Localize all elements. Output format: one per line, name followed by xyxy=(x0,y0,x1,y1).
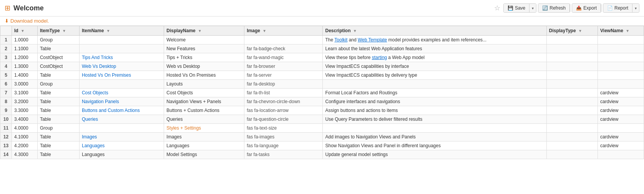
desc-link[interactable]: starting xyxy=(372,55,387,60)
cell-displayname: Images xyxy=(164,133,244,141)
cell-description: Add images to Navigation Views and Panel… xyxy=(323,133,546,141)
refresh-button[interactable]: 🔄 Refresh xyxy=(538,4,570,12)
cell-displayname: Model Settings xyxy=(164,150,244,159)
cell-id: 3.0000 xyxy=(12,80,38,89)
cell-displaytype xyxy=(546,106,598,115)
row-number: 6 xyxy=(0,80,12,89)
cell-description: Show Navigation Views and Panel in diffe… xyxy=(323,141,546,150)
header-right: ☆ 💾 Save ▾ 🔄 Refresh 📤 Export xyxy=(493,2,639,14)
cell-viewname: cardview xyxy=(598,141,644,150)
cell-id: 1.1000 xyxy=(12,44,38,53)
cell-description: View ImpactECS capabilities by interface xyxy=(323,62,546,71)
cell-displaytype xyxy=(546,89,598,97)
cell-itemtype: Table xyxy=(37,115,79,124)
col-itemname[interactable]: ItemName ▼ xyxy=(79,26,164,36)
table-row: 73.1000TableCost ObjectsCost Objectsfar … xyxy=(0,89,644,97)
export-icon: 📤 xyxy=(576,5,582,11)
cell-itemname xyxy=(79,124,164,133)
cell-displayname: Welcome xyxy=(164,36,244,44)
header: ⊞ Welcome ☆ 💾 Save ▾ 🔄 Refresh 📤 Export xyxy=(0,0,644,16)
cell-description: Use Query Parameters to deliver filtered… xyxy=(323,115,546,124)
table-body: 11.0000GroupWelcomeThe Toolkit and Web T… xyxy=(0,36,644,159)
row-number: 4 xyxy=(0,62,12,71)
table-row: 21.1000TableNew Featuresfar fa-badge-che… xyxy=(0,44,644,53)
cell-displayname: Web vs Desktop xyxy=(164,62,244,71)
table-row: 103.4000TableQueriesQueriesfar fa-questi… xyxy=(0,115,644,124)
page-title: Welcome xyxy=(13,4,44,12)
cell-image: fas fa-images xyxy=(244,133,323,141)
cell-itemname[interactable]: Buttons and Custom Actions xyxy=(79,106,164,115)
refresh-icon: 🔄 xyxy=(542,5,548,11)
cell-displayname: Tips + Tricks xyxy=(164,53,244,62)
col-displaytype[interactable]: DisplayType ▼ xyxy=(546,26,598,36)
desc-link[interactable]: Toolkit xyxy=(334,37,347,43)
table-row: 93.3000TableButtons and Custom ActionsBu… xyxy=(0,106,644,115)
cell-itemname xyxy=(79,80,164,89)
cell-displaytype xyxy=(546,71,598,80)
col-itemtype[interactable]: ItemType ▼ xyxy=(37,26,79,36)
cell-itemname[interactable]: Web Vs Desktop xyxy=(79,62,164,71)
cell-displaytype xyxy=(546,62,598,71)
cell-image: far fa-chevron-circle-down xyxy=(244,97,323,106)
cell-image: far fa-tasks xyxy=(244,150,323,159)
cell-description: View ImpactECS capabilities by delivery … xyxy=(323,71,546,80)
table-row: 144.3000TableLanguagesModel Settingsfar … xyxy=(0,150,644,159)
cell-itemname: Languages xyxy=(79,150,164,159)
cell-id: 1.4000 xyxy=(12,71,38,80)
grid-icon: ⊞ xyxy=(5,4,10,12)
col-viewname[interactable]: ViewName ▼ xyxy=(598,26,644,36)
cell-itemname xyxy=(79,44,164,53)
report-dropdown-button[interactable]: ▾ xyxy=(632,4,639,12)
cell-displayname: Cost Objects xyxy=(164,89,244,97)
cell-itemname[interactable]: Queries xyxy=(79,115,164,124)
cell-id: 4.3000 xyxy=(12,150,38,159)
cell-itemname[interactable]: Images xyxy=(79,133,164,141)
cell-description: Assign buttons and actions to items xyxy=(323,106,546,115)
cell-displayname: Languages xyxy=(164,141,244,150)
cell-displaytype xyxy=(546,124,598,133)
save-button[interactable]: 💾 Save xyxy=(504,4,529,12)
cell-viewname: cardview xyxy=(598,106,644,115)
cell-description: Learn about the latest Web Application f… xyxy=(323,44,546,53)
export-button[interactable]: 📤 Export xyxy=(572,4,601,12)
row-number: 8 xyxy=(0,97,12,106)
cell-id: 1.2000 xyxy=(12,53,38,62)
cell-description: Format Local Factors and Routings xyxy=(323,89,546,97)
cell-displaytype xyxy=(546,141,598,150)
cell-id: 3.2000 xyxy=(12,97,38,106)
cell-description: The Toolkit and Web Template model provi… xyxy=(323,36,546,44)
cell-itemname[interactable]: Hosted Vs On Premises xyxy=(79,71,164,80)
cell-itemname[interactable]: Cost Objects xyxy=(79,89,164,97)
cell-itemname[interactable]: Navigation Panels xyxy=(79,97,164,106)
cell-image: fas fa-text-size xyxy=(244,124,323,133)
row-number: 11 xyxy=(0,124,12,133)
cell-viewname xyxy=(598,124,644,133)
cell-displaytype xyxy=(546,115,598,124)
col-id[interactable]: Id ▼ xyxy=(12,26,38,36)
cell-image: fas fa-location-arrow xyxy=(244,106,323,115)
desc-link[interactable]: Web Template xyxy=(358,37,387,43)
cell-viewname: cardview xyxy=(598,115,644,124)
cell-viewname: cardview xyxy=(598,133,644,141)
cell-viewname xyxy=(598,62,644,71)
report-button[interactable]: 📄 Report xyxy=(603,4,632,12)
table-row: 41.3000CostObjectWeb Vs DesktopWeb vs De… xyxy=(0,62,644,71)
download-model-link[interactable]: ⬇ Download model. xyxy=(5,18,639,24)
cell-image: far fa-browser xyxy=(244,62,323,71)
refresh-button-group: 🔄 Refresh xyxy=(538,3,570,13)
table-row: 51.4000TableHosted Vs On PremisesHosted … xyxy=(0,71,644,80)
favorite-button[interactable]: ☆ xyxy=(493,2,502,14)
cell-image: fas fa-language xyxy=(244,141,323,150)
cell-displaytype xyxy=(546,36,598,44)
col-row-num xyxy=(0,26,12,36)
col-displayname[interactable]: DisplayName ▼ xyxy=(164,26,244,36)
save-dropdown-button[interactable]: ▾ xyxy=(529,4,536,12)
cell-itemname[interactable]: Languages xyxy=(79,141,164,150)
cell-displaytype xyxy=(546,97,598,106)
cell-itemname[interactable]: Tips And Tricks xyxy=(79,53,164,62)
cell-displaytype xyxy=(546,44,598,53)
cell-displayname[interactable]: Styles + Settings xyxy=(164,124,244,133)
col-image[interactable]: Image ▼ xyxy=(244,26,323,36)
cell-itemtype: Table xyxy=(37,133,79,141)
col-description[interactable]: Description ▼ xyxy=(323,26,546,36)
